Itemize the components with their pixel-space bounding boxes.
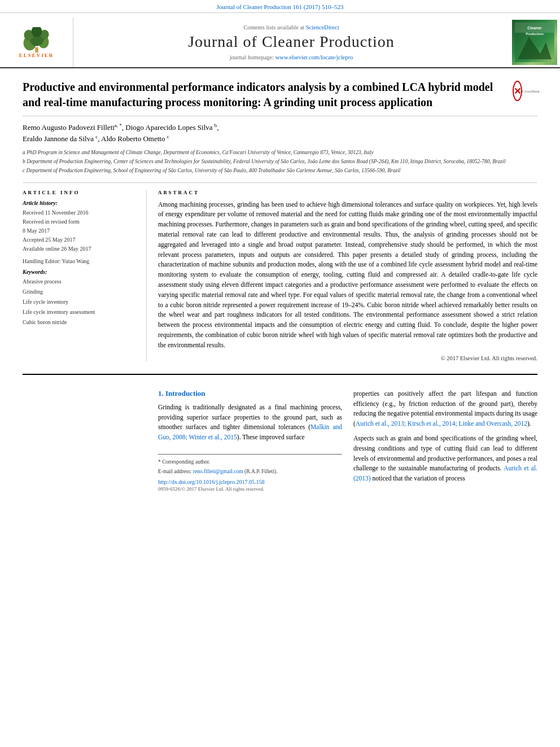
author1-name: Remo Augusto Padovezi Filleti — [23, 123, 115, 132]
doi-line: http://dx.doi.org/10.1016/j.jclepro.2017… — [158, 479, 342, 485]
journal-homepage-line: journal homepage: www.elsevier.com/locat… — [230, 54, 353, 60]
intro-title: Introduction — [165, 389, 205, 397]
issn-line: 0959-6526/© 2017 Elsevier Ltd. All right… — [158, 486, 342, 492]
received-date: Received 11 November 2016 — [23, 208, 138, 217]
handling-editor: Handling Editor: Yutao Wang — [23, 258, 138, 264]
author4-sup: c — [167, 134, 169, 139]
footnote-email: E-mail address: reno.filleti@gmail.com (… — [158, 468, 342, 475]
received-revised-label: Received in revised form — [23, 217, 138, 226]
cite-aurich[interactable]: Aurich et al., 2013; Kirsch et al., 2014… — [356, 420, 527, 427]
intro-para2: properties can positively affect the par… — [353, 389, 537, 429]
footnote-corresponding: * Corresponding author. — [158, 458, 342, 466]
doi-link[interactable]: http://dx.doi.org/10.1016/j.jclepro.2017… — [158, 479, 264, 485]
page-header: ELSEVIER Contents lists available at Sci… — [0, 13, 560, 68]
author3-name: Eraldo Jannone da Silva — [23, 134, 94, 143]
crossmark-label: CrossMark — [522, 89, 540, 94]
cleaner-production-badge: Cleaner Production — [509, 18, 560, 67]
svg-text:Cleaner: Cleaner — [527, 26, 542, 30]
authors-line: Remo Augusto Padovezi Filletia, *, Diogo… — [23, 122, 537, 145]
body-col-left: 1. Introduction Grinding is traditionall… — [158, 389, 342, 492]
top-bar: Journal of Cleaner Production 161 (2017)… — [0, 0, 560, 13]
homepage-label: journal homepage: — [230, 54, 274, 60]
science-direct-link[interactable]: ScienceDirect — [306, 24, 339, 30]
authors-section: Remo Augusto Padovezi Filletia, *, Diogo… — [23, 116, 537, 183]
article-title-section: Productive and environmental performance… — [23, 68, 537, 116]
article-history-label: Article history: — [23, 200, 138, 206]
body-col-right: properties can positively affect the par… — [353, 389, 537, 492]
email-label: E-mail address: — [158, 469, 191, 474]
badge-mountain-icon: Cleaner Production — [515, 23, 554, 62]
email-link[interactable]: reno.filleti@gmail.com — [193, 469, 243, 474]
keyword-1: Abrasive process — [23, 277, 138, 287]
body-two-col: 1. Introduction Grinding is traditionall… — [158, 389, 537, 492]
article-info-column: ARTICLE INFO Article history: Received 1… — [23, 190, 147, 361]
abstract-column: ABSTRACT Among machining processes, grin… — [158, 190, 537, 361]
elsevier-tree-icon — [17, 27, 56, 53]
body-section: 1. Introduction Grinding is traditionall… — [23, 381, 537, 492]
available-date: Available online 26 May 2017 — [23, 244, 138, 254]
journal-header-center: Contents lists available at ScienceDirec… — [73, 18, 509, 67]
affil-c: c Department of Production Engineering, … — [23, 167, 537, 174]
journal-title: Journal of Cleaner Production — [188, 33, 395, 51]
keyword-5: Cubic boron nitride — [23, 317, 138, 327]
email-note: (R.A.P. Filleti). — [244, 469, 277, 474]
intro-para2-text: properties can positively affect the par… — [353, 390, 537, 427]
cite-aurich2[interactable]: Aurich et al. (2013) — [353, 465, 537, 482]
svg-text:Production: Production — [526, 32, 544, 36]
affil-a: a PhD Program in Science and Management … — [23, 149, 537, 156]
copyright: © 2017 Elsevier Ltd. All rights reserved… — [158, 355, 537, 361]
svg-rect-0 — [35, 47, 38, 52]
body-left-col — [23, 389, 147, 492]
keyword-4: Life cycle inventory assessment — [23, 307, 138, 317]
article-info-header: ARTICLE INFO — [23, 190, 138, 195]
keyword-3: Life cycle inventory — [23, 297, 138, 307]
author1-sup: a, * — [115, 123, 122, 128]
footnotes-section: * Corresponding author. E-mail address: … — [158, 454, 342, 492]
journal-ref: Journal of Cleaner Production 161 (2017)… — [217, 3, 344, 10]
crossmark: ✕ CrossMark — [515, 80, 537, 102]
abstract-header: ABSTRACT — [158, 190, 537, 195]
intro-para1-text: Grinding is traditionally designated as … — [158, 404, 342, 440]
science-direct-line: Contents lists available at ScienceDirec… — [243, 24, 339, 30]
homepage-url[interactable]: www.elsevier.com/locate/jclepro — [275, 54, 353, 60]
keywords-label: Keywords: — [23, 269, 138, 275]
keyword-2: Grinding — [23, 287, 138, 297]
cite-malkin[interactable]: Malkin and Guo, 2008; Winter et al., 201… — [158, 423, 342, 440]
contents-label: Contents lists available at — [243, 24, 304, 30]
intro-para3-text: Aspects such as grain and bond specifica… — [353, 435, 537, 482]
intro-para1: Grinding is traditionally designated as … — [158, 403, 342, 443]
elsevier-brand-text: ELSEVIER — [19, 53, 54, 58]
badge-image: Cleaner Production — [512, 20, 557, 65]
intro-number: 1. — [158, 389, 164, 397]
article-title: Productive and environmental performance… — [23, 80, 504, 110]
article-info-abstract: ARTICLE INFO Article history: Received 1… — [23, 183, 537, 368]
abstract-text: Among machining processes, grinding has … — [158, 200, 537, 351]
intro-para3: Aspects such as grain and bond specifica… — [353, 434, 537, 484]
crossmark-icon: ✕ — [513, 81, 522, 101]
accepted-date: Accepted 25 May 2017 — [23, 235, 138, 244]
section-divider — [23, 374, 537, 375]
revised-date: 8 May 2017 — [23, 226, 138, 235]
author2-name: Diogo Aparecido Lopes Silva — [125, 123, 212, 132]
intro-heading: 1. Introduction — [158, 389, 342, 398]
affil-b: b Department of Production Engineering, … — [23, 158, 537, 165]
elsevier-logo-section: ELSEVIER — [0, 18, 73, 67]
